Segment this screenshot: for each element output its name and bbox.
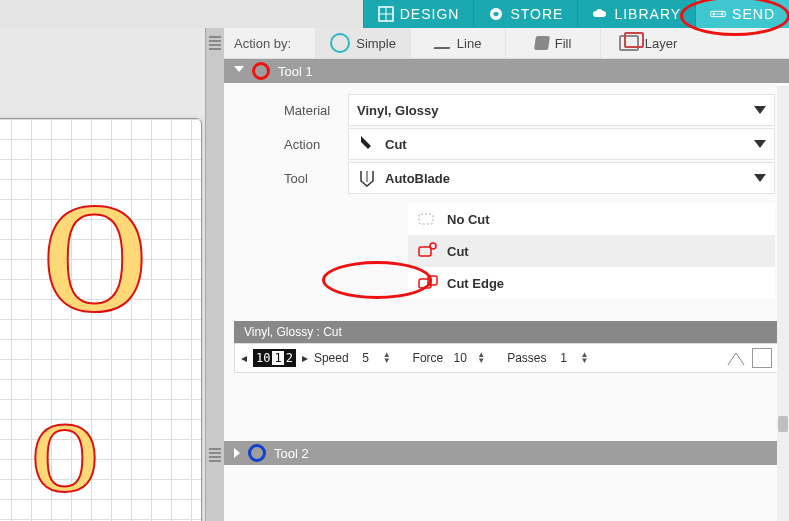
action-by-fill-label: Fill bbox=[555, 36, 572, 51]
cut-settings-row: ◂ 10 1 2 ▸ Speed 5 ▲▼ Force 10 ▲▼ Passes… bbox=[234, 343, 779, 373]
design-shape-2: o bbox=[30, 388, 100, 500]
chevron-down-icon bbox=[754, 174, 766, 182]
scrollbar-thumb[interactable] bbox=[778, 416, 788, 432]
force-stepper[interactable]: ▲▼ bbox=[477, 352, 485, 364]
passes-stepper[interactable]: ▲▼ bbox=[581, 352, 589, 364]
panel-scrollbar[interactable] bbox=[777, 86, 789, 521]
design-shape: o bbox=[40, 148, 150, 324]
action-by-line-label: Line bbox=[457, 36, 482, 51]
tool1-title: Tool 1 bbox=[278, 64, 313, 79]
fill-icon bbox=[534, 36, 550, 50]
tab-send-label: SEND bbox=[732, 6, 775, 22]
store-icon bbox=[488, 6, 504, 22]
action-by-fill[interactable]: Fill bbox=[505, 28, 600, 58]
cut-option-nocut[interactable]: No Cut bbox=[408, 203, 775, 235]
cut-option-cut[interactable]: Cut bbox=[408, 235, 775, 267]
line-icon bbox=[434, 37, 453, 49]
line-segment-icon[interactable] bbox=[726, 349, 746, 367]
tab-send[interactable]: SEND bbox=[695, 0, 789, 28]
nocut-label: No Cut bbox=[447, 212, 490, 227]
action-label: Action bbox=[284, 137, 348, 152]
color-swatch[interactable] bbox=[752, 348, 772, 368]
action-by-line[interactable]: Line bbox=[410, 28, 505, 58]
svg-rect-9 bbox=[419, 214, 433, 224]
cut-options: No Cut Cut Cut Edge bbox=[408, 203, 789, 299]
svg-rect-10 bbox=[419, 247, 431, 256]
send-icon bbox=[710, 6, 726, 22]
tab-design-label: DESIGN bbox=[400, 6, 460, 22]
action-select[interactable]: Cut bbox=[348, 128, 775, 160]
force-label: Force bbox=[413, 351, 444, 365]
action-by-simple-label: Simple bbox=[356, 36, 396, 51]
tab-store[interactable]: STORE bbox=[473, 0, 577, 28]
grid-icon bbox=[378, 6, 394, 22]
panel-drag-handle[interactable] bbox=[205, 28, 226, 521]
svg-rect-12 bbox=[419, 279, 431, 288]
action-by-row: Action by: Simple Line Fill Layer bbox=[224, 28, 789, 59]
speed-label: Speed bbox=[314, 351, 349, 365]
chevron-down-icon bbox=[754, 140, 766, 148]
action-value: Cut bbox=[385, 137, 407, 152]
blade-right-arrow[interactable]: ▸ bbox=[302, 351, 308, 365]
svg-rect-5 bbox=[713, 13, 715, 16]
red-ring-icon bbox=[252, 62, 270, 80]
layer-icon bbox=[619, 35, 639, 51]
tool-select[interactable]: AutoBlade bbox=[348, 162, 775, 194]
autoblade-icon bbox=[357, 168, 377, 188]
send-panel: Action by: Simple Line Fill Layer Tool 1… bbox=[224, 28, 789, 521]
tool1-body: Material Vinyl, Glossy Action Cut Tool A… bbox=[224, 83, 789, 309]
tab-store-label: STORE bbox=[510, 6, 563, 22]
grip-icon bbox=[209, 448, 221, 462]
material-value: Vinyl, Glossy bbox=[357, 103, 438, 118]
action-by-label: Action by: bbox=[234, 36, 291, 51]
material-select[interactable]: Vinyl, Glossy bbox=[348, 94, 775, 126]
material-label: Material bbox=[284, 103, 348, 118]
speed-value: 5 bbox=[355, 351, 377, 365]
cutedge-label: Cut Edge bbox=[447, 276, 504, 291]
action-by-layer-label: Layer bbox=[645, 36, 678, 51]
tab-library[interactable]: LIBRARY bbox=[577, 0, 695, 28]
cloud-icon bbox=[592, 6, 608, 22]
tool-row: Tool AutoBlade bbox=[284, 161, 789, 195]
action-by-layer[interactable]: Layer bbox=[600, 28, 695, 58]
svg-point-11 bbox=[430, 243, 436, 249]
nocut-icon bbox=[417, 210, 439, 228]
tool1-header[interactable]: Tool 1 bbox=[224, 59, 789, 83]
force-value: 10 bbox=[449, 351, 471, 365]
tool-value: AutoBlade bbox=[385, 171, 450, 186]
action-by-simple[interactable]: Simple bbox=[315, 28, 410, 58]
passes-value: 1 bbox=[553, 351, 575, 365]
top-tabs: DESIGN STORE LIBRARY SEND bbox=[363, 0, 789, 28]
cut-label: Cut bbox=[447, 244, 469, 259]
cut-option-cutedge[interactable]: Cut Edge bbox=[408, 267, 775, 299]
tool-label: Tool bbox=[284, 171, 348, 186]
collapse-icon bbox=[234, 66, 244, 77]
blade-icon bbox=[357, 134, 377, 154]
expand-icon bbox=[234, 448, 240, 458]
tab-design[interactable]: DESIGN bbox=[363, 0, 474, 28]
action-row: Action Cut bbox=[284, 127, 789, 161]
svg-rect-6 bbox=[721, 13, 723, 16]
cut-icon bbox=[417, 242, 439, 260]
svg-rect-13 bbox=[428, 276, 437, 285]
passes-label: Passes bbox=[507, 351, 546, 365]
tool2-title: Tool 2 bbox=[274, 446, 309, 461]
cutedge-icon bbox=[417, 274, 439, 292]
tool2-header[interactable]: Tool 2 bbox=[224, 441, 789, 465]
speed-stepper[interactable]: ▲▼ bbox=[383, 352, 391, 364]
tab-library-label: LIBRARY bbox=[614, 6, 681, 22]
design-canvas[interactable]: o o bbox=[0, 28, 205, 521]
circle-icon bbox=[330, 33, 350, 53]
cut-settings-header: Vinyl, Glossy : Cut bbox=[234, 321, 779, 343]
blade-depth-scale[interactable]: 10 1 2 bbox=[253, 349, 296, 367]
chevron-down-icon bbox=[754, 106, 766, 114]
blue-ring-icon bbox=[248, 444, 266, 462]
blade-left-arrow[interactable]: ◂ bbox=[241, 351, 247, 365]
grip-icon bbox=[209, 36, 221, 50]
material-row: Material Vinyl, Glossy bbox=[284, 93, 789, 127]
